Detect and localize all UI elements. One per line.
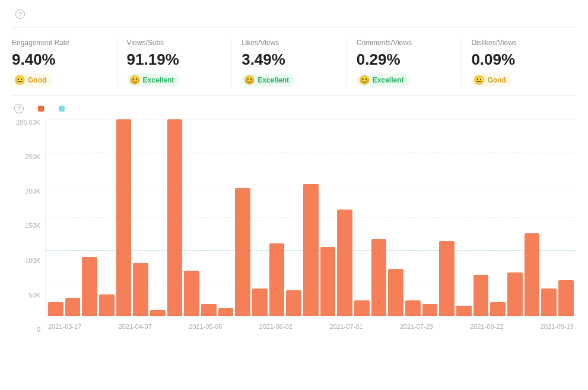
bar-19[interactable] [371,239,387,316]
smiley-0: 😐 [14,75,26,85]
legend-normal-video [38,106,47,112]
stat-label-4: Dislikes/Views [471,39,567,47]
help-icon[interactable]: ? [15,9,25,19]
bar-30[interactable] [558,280,574,316]
bar-27[interactable] [507,272,523,316]
bar-29[interactable] [541,288,557,316]
smiley-4: 😐 [473,75,485,85]
x-label-5: 2021-07-29 [400,323,433,330]
stat-value-1: 91.19% [127,50,223,69]
chart-legend-row: ? [12,104,576,113]
bar-1[interactable] [65,298,81,316]
y-label-4: 100K [12,258,44,264]
bar-22[interactable] [422,304,438,316]
bar-12[interactable] [252,288,268,316]
stat-badge-2: 😊 Excellent [241,74,295,87]
stat-badge-1: 😊 Excellent [127,74,180,87]
bar-10[interactable] [218,308,234,316]
stat-item-1: Views/Subs 91.19% 😊 Excellent [117,39,233,87]
stat-value-2: 3.49% [241,50,337,69]
main-container: ? Engagement Rate 9.40% 😐 Good Views/Sub… [0,0,588,343]
x-label-2: 2021-05-06 [189,323,222,330]
stat-label-2: Likes/Views [241,39,337,47]
legend-dot-red [38,106,44,112]
avg-views-help-icon[interactable]: ? [14,104,24,113]
smiley-2: 😊 [244,75,255,85]
bar-2[interactable] [82,257,97,316]
header: ? [12,9,576,28]
stat-item-0: Engagement Rate 9.40% 😐 Good [12,39,117,87]
stat-value-4: 0.09% [471,50,567,69]
chart-section: ? 285.03K250K200K150K100K50K0 [12,96,576,333]
x-label-6: 2021-08-22 [470,323,503,330]
stat-label-1: Views/Subs [127,39,223,47]
bar-25[interactable] [473,275,489,316]
stat-value-3: 0.29% [357,50,452,69]
stats-row: Engagement Rate 9.40% 😐 Good Views/Subs … [12,28,576,96]
stat-item-3: Comments/Views 0.29% 😊 Excellent [347,39,462,87]
avg-views-label: ? [12,104,26,113]
legend-dot-cyan [59,106,65,112]
y-label-3: 150K [12,223,44,229]
y-label-6: 0 [12,326,44,333]
stat-item-2: Likes/Views 3.49% 😊 Excellent [232,39,347,87]
bar-9[interactable] [201,304,217,316]
bar-7[interactable] [167,119,183,316]
bar-3[interactable] [99,294,115,316]
x-label-3: 2021-06-02 [259,323,293,330]
bar-26[interactable] [490,302,506,316]
bar-15[interactable] [303,184,319,316]
chart-inner: 2021-03-172021-04-072021-05-062021-06-02… [45,119,576,316]
bar-0[interactable] [48,302,63,316]
stat-item-4: Dislikes/Views 0.09% 😐 Good [462,39,576,87]
bar-14[interactable] [286,290,301,316]
x-label-1: 2021-04-07 [119,323,152,330]
stat-badge-3: 😊 Excellent [357,74,410,87]
y-label-5: 50K [12,292,44,299]
bar-20[interactable] [388,269,403,316]
legend-live-stream [59,106,68,112]
bar-13[interactable] [269,243,285,316]
chart-wrapper: 285.03K250K200K150K100K50K0 2021-03-1720… [12,119,576,333]
bar-5[interactable] [133,263,148,316]
bar-17[interactable] [337,210,352,316]
stat-value-0: 9.40% [12,50,107,69]
bar-16[interactable] [320,247,336,316]
bar-11[interactable] [235,188,250,316]
header-left: ? [12,9,25,19]
bar-21[interactable] [405,300,421,316]
bar-8[interactable] [184,271,199,316]
bar-18[interactable] [354,300,370,316]
y-axis: 285.03K250K200K150K100K50K0 [12,119,44,333]
stat-label-3: Comments/Views [357,39,452,47]
bar-23[interactable] [439,241,454,316]
stat-badge-0: 😐 Good [12,74,52,87]
bar-24[interactable] [456,306,472,316]
bar-4[interactable] [116,119,132,316]
x-axis: 2021-03-172021-04-072021-05-062021-06-02… [46,323,576,330]
smiley-3: 😊 [359,75,370,85]
bar-6[interactable] [150,310,166,316]
x-label-7: 2021-09-19 [541,323,574,330]
bars-container [46,119,576,316]
stat-label-0: Engagement Rate [12,39,107,47]
y-label-0: 285.03K [12,119,44,126]
y-label-1: 250K [12,154,44,160]
bar-28[interactable] [525,233,540,316]
x-label-4: 2021-07-01 [329,323,363,330]
smiley-1: 😊 [129,75,141,85]
y-label-2: 200K [12,188,44,195]
stat-badge-4: 😐 Good [471,74,511,87]
x-label-0: 2021-03-17 [48,323,81,330]
